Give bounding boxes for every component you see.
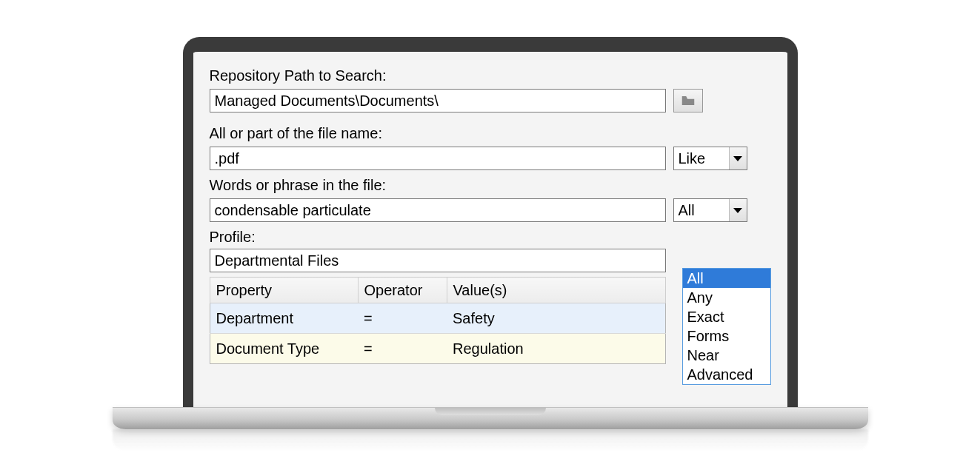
words-operator-value: All xyxy=(674,200,729,221)
cell-property: Document Type xyxy=(210,334,358,364)
laptop-frame: Repository Path to Search: All or part o… xyxy=(183,37,798,451)
camera-notch xyxy=(468,42,513,47)
filename-input[interactable] xyxy=(210,147,666,170)
dropdown-option[interactable]: Advanced xyxy=(683,365,770,384)
words-operator-dropdown-button[interactable] xyxy=(729,199,747,221)
cell-operator: = xyxy=(358,303,447,334)
words-operator-combo[interactable]: All xyxy=(673,198,747,222)
search-form: Repository Path to Search: All or part o… xyxy=(193,52,787,407)
profile-label: Profile: xyxy=(210,226,771,247)
col-operator[interactable]: Operator xyxy=(358,278,447,303)
folder-icon xyxy=(681,95,695,106)
laptop-bezel: Repository Path to Search: All or part o… xyxy=(183,37,798,407)
dropdown-option[interactable]: Any xyxy=(683,288,770,307)
repo-path-input[interactable] xyxy=(210,89,666,112)
filename-operator-value: Like xyxy=(674,148,729,169)
repo-path-label: Repository Path to Search: xyxy=(210,65,771,86)
dropdown-option[interactable]: Exact xyxy=(683,307,770,326)
filename-operator-combo[interactable]: Like xyxy=(673,147,747,170)
cell-value: Regulation xyxy=(447,334,665,364)
table-row[interactable]: Department = Safety xyxy=(210,303,665,334)
words-label: Words or phrase in the file: xyxy=(210,175,771,195)
col-property[interactable]: Property xyxy=(210,278,358,303)
laptop-base xyxy=(113,407,868,429)
chevron-down-icon xyxy=(733,156,742,161)
criteria-table: Property Operator Value(s) Department = … xyxy=(210,277,666,364)
table-header-row: Property Operator Value(s) xyxy=(210,278,665,303)
cell-property: Department xyxy=(210,303,358,334)
dropdown-option[interactable]: Forms xyxy=(683,326,770,346)
words-input[interactable] xyxy=(210,198,666,222)
table-row[interactable]: Document Type = Regulation xyxy=(210,334,665,364)
cell-operator: = xyxy=(358,334,447,364)
browse-button[interactable] xyxy=(673,89,703,112)
words-operator-dropdown-list[interactable]: All Any Exact Forms Near Advanced xyxy=(682,268,771,385)
cell-value: Safety xyxy=(447,303,665,334)
dropdown-option[interactable]: All xyxy=(683,269,770,288)
laptop-reflection xyxy=(113,429,868,451)
filename-label: All or part of the file name: xyxy=(210,123,771,144)
col-values[interactable]: Value(s) xyxy=(447,278,665,303)
dropdown-option[interactable]: Near xyxy=(683,346,770,365)
profile-input[interactable] xyxy=(210,249,666,272)
chevron-down-icon xyxy=(733,208,742,213)
filename-operator-dropdown-button[interactable] xyxy=(729,147,747,169)
